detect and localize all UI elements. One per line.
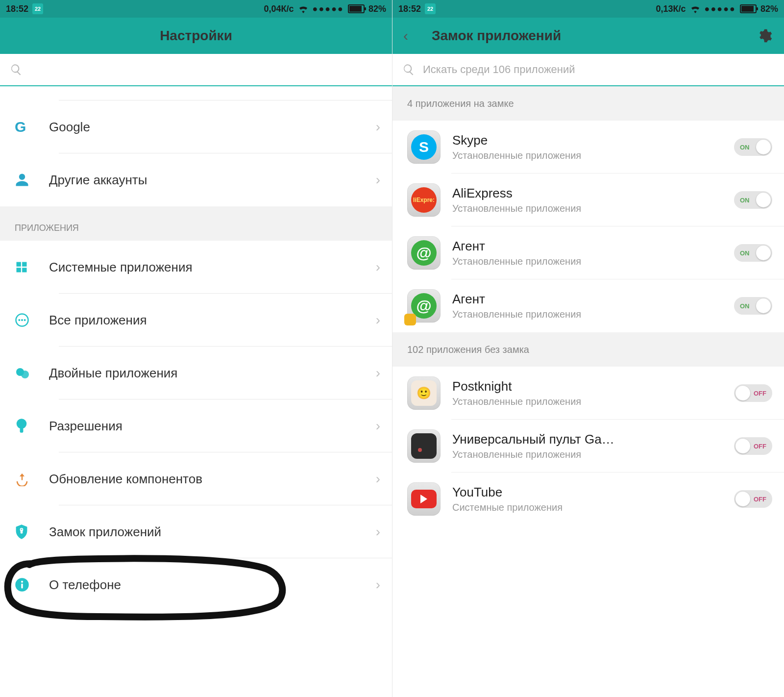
person-icon [15, 173, 29, 187]
svg-point-6 [17, 419, 27, 429]
search-input[interactable] [423, 63, 774, 76]
toggle-switch[interactable]: OFF [734, 490, 772, 508]
app-row-youtube[interactable]: YouTube Системные приложения OFF [392, 473, 784, 525]
svg-point-1 [18, 319, 20, 321]
app-subtitle: Установленные приложения [452, 256, 734, 267]
grid-icon [15, 260, 28, 274]
status-battery-pct: 82% [368, 4, 386, 14]
signal-dots-icon: ●●●●● [705, 4, 736, 14]
app-subtitle: Установленные приложения [452, 309, 734, 320]
calendar-badge-icon: 22 [425, 3, 436, 14]
app-name: AliExpress [452, 186, 658, 201]
app-name: Агент [452, 239, 658, 254]
app-subtitle: Установленные приложения [452, 150, 734, 161]
wifi-icon [298, 4, 309, 13]
row-other-accounts[interactable]: Другие аккаунты › [0, 153, 392, 206]
toggle-switch[interactable]: ON [734, 138, 772, 156]
svg-point-2 [21, 319, 23, 321]
app-icon-remote [407, 429, 441, 463]
app-icon-aliexpress: liExpre: [407, 183, 441, 217]
app-icon-agent: @ [407, 236, 441, 270]
row-label: Все приложения [49, 313, 376, 328]
app-subtitle: Установленные приложения [452, 449, 734, 460]
row-label: Google [49, 120, 376, 135]
app-row-skype[interactable]: S Skype Установленные приложения ON [392, 121, 784, 174]
app-row-agent-2[interactable]: @ Агент Установленные приложения ON [392, 279, 784, 332]
toggle-switch[interactable]: OFF [734, 384, 772, 402]
status-bar: 18:52 22 0,04К/с ●●●●● 82% [0, 0, 392, 18]
svg-rect-7 [20, 428, 24, 433]
row-component-update[interactable]: Обновление компонентов › [0, 452, 392, 505]
toggle-switch[interactable]: OFF [734, 437, 772, 455]
row-label: Системные приложения [49, 260, 376, 275]
shield-lock-icon [15, 524, 28, 540]
status-battery-pct: 82% [760, 4, 778, 14]
settings-gear-button[interactable] [757, 28, 772, 44]
row-google[interactable]: G Google › [0, 100, 392, 153]
svg-point-5 [21, 371, 29, 378]
page-title: Замок приложений [432, 28, 561, 44]
header: ‹ Замок приложений [392, 18, 784, 54]
app-subtitle: Установленные приложения [452, 203, 734, 214]
page-title: Настройки [160, 28, 232, 44]
row-label: Обновление компонентов [49, 472, 376, 487]
battery-icon [348, 4, 365, 13]
app-lock-list[interactable]: 4 приложения на замке S Skype Установлен… [392, 86, 784, 697]
chevron-right-icon: › [376, 524, 380, 540]
row-label: Двойные приложения [49, 366, 376, 381]
header: Настройки [0, 18, 392, 54]
status-speed: 0,13К/с [656, 4, 686, 14]
toggle-switch[interactable]: ON [734, 191, 772, 209]
section-unlocked: 102 приложения без замка [392, 332, 784, 367]
app-name: Агент [452, 292, 658, 307]
settings-list[interactable]: G Google › Другие аккаунты › ПРИЛОЖЕНИЯ [0, 86, 392, 697]
app-icon-youtube [407, 482, 441, 516]
app-name: Универсальный пульт Ga… [452, 432, 658, 447]
app-row-aliexpress[interactable]: liExpre: AliExpress Установленные прилож… [392, 174, 784, 226]
back-button[interactable]: ‹ [403, 27, 408, 44]
upload-icon [15, 472, 29, 486]
chevron-right-icon: › [376, 119, 380, 135]
app-name: Skype [452, 133, 658, 148]
more-circle-icon [15, 313, 29, 327]
row-label: Другие аккаунты [49, 173, 376, 188]
row-about-phone[interactable]: О телефоне › [0, 558, 392, 611]
row-system-apps[interactable]: Системные приложения › [0, 241, 392, 294]
app-row-universal-remote[interactable]: Универсальный пульт Ga… Установленные пр… [392, 420, 784, 473]
search-icon [402, 63, 415, 76]
row-dual-apps[interactable]: Двойные приложения › [0, 347, 392, 399]
toggle-switch[interactable]: ON [734, 244, 772, 262]
status-speed: 0,04К/с [264, 4, 294, 14]
chevron-right-icon: › [376, 471, 380, 487]
chevron-right-icon: › [376, 312, 380, 328]
chevron-right-icon: › [376, 259, 380, 275]
badge-icon [15, 418, 28, 434]
section-header-apps: ПРИЛОЖЕНИЯ [0, 206, 392, 241]
info-icon [15, 577, 29, 592]
search-icon [10, 63, 23, 76]
signal-dots-icon: ●●●●● [313, 4, 344, 14]
app-icon-postknight: 🙂 [407, 376, 441, 410]
row-app-lock[interactable]: Замок приложений › [0, 505, 392, 558]
row-all-apps[interactable]: Все приложения › [0, 294, 392, 347]
battery-icon [740, 4, 757, 13]
screen-settings: 18:52 22 0,04К/с ●●●●● 82% Настройки [0, 0, 392, 697]
status-bar: 18:52 22 0,13К/с ●●●●● 82% [392, 0, 784, 18]
google-icon: G [15, 119, 26, 135]
app-subtitle: Системные приложения [452, 502, 734, 513]
app-name: YouTube [452, 485, 658, 500]
search-bar[interactable] [0, 54, 392, 86]
calendar-badge-icon: 22 [32, 3, 43, 14]
toggle-switch[interactable]: ON [734, 297, 772, 315]
row-permissions[interactable]: Разрешения › [0, 399, 392, 452]
chevron-right-icon: › [376, 577, 380, 593]
search-input[interactable] [30, 63, 382, 76]
app-row-agent-1[interactable]: @ Агент Установленные приложения ON [392, 226, 784, 279]
app-row-postknight[interactable]: 🙂 Postknight Установленные приложения OF… [392, 367, 784, 420]
search-bar[interactable] [392, 54, 784, 86]
app-icon-agent-dual: @ [407, 289, 441, 323]
row-label: О телефоне [49, 577, 376, 593]
row-label: Разрешения [49, 419, 376, 434]
svg-rect-11 [21, 584, 23, 589]
app-name: Postknight [452, 379, 658, 394]
